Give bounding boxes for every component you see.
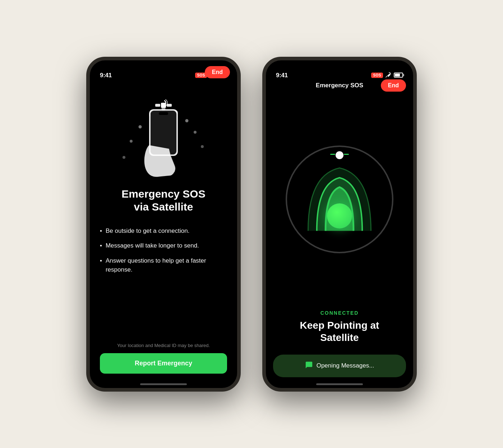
dynamic-island [142,65,185,77]
right-phone: 9:41 SOS [262,57,417,392]
svg-rect-15 [159,112,168,115]
connected-label: CONNECTED [273,310,406,316]
satellite-icon-right [385,71,392,79]
left-screen: 9:41 SOS [90,60,237,388]
messages-icon [305,361,313,371]
status-time: 9:41 [100,72,112,79]
compass-circle [286,146,393,253]
end-button[interactable]: End [205,66,230,78]
location-note: Your location and Medical ID may be shar… [100,343,227,348]
right-screen: 9:41 SOS [266,60,413,388]
left-phone: 9:41 SOS [86,57,241,392]
opening-messages-text: Opening Messages... [317,362,374,369]
status-icons-right: SOS [371,71,403,79]
bullet-3: Answer questions to help get a faster re… [100,253,227,277]
bullet-list: Be outside to get a connection. Messages… [100,223,227,343]
device-dot [327,203,352,228]
svg-point-2 [130,140,133,143]
bullet-1: Be outside to get a connection. [100,223,227,239]
home-indicator-right [316,383,363,385]
sos-title: Emergency SOS via Satellite [100,188,227,213]
signal-container [273,96,406,303]
svg-line-16 [386,76,388,78]
home-indicator [140,383,187,385]
bullet-2: Messages will take longer to send. [100,238,227,253]
opening-messages-button[interactable]: Opening Messages... [273,355,406,377]
sos-badge-right: SOS [371,73,383,78]
report-emergency-button[interactable]: Report Emergency [100,353,227,374]
hand-phone-icon [140,106,187,179]
phones-wrapper: 9:41 SOS [86,57,417,392]
svg-point-9 [201,145,204,148]
dash-left [330,154,335,155]
nav-bar: Emergency SOS End [273,82,406,89]
satellite-illustration [100,86,227,179]
signal-arcs-svg [287,147,392,252]
keep-pointing-title: Keep Pointing atSatellite [273,319,406,343]
bottom-section: Your location and Medical ID may be shar… [100,343,227,377]
battery-icon-right [394,73,403,78]
satellite-position-dot [336,151,343,159]
dynamic-island-right [318,65,361,77]
nav-title: Emergency SOS [316,82,363,89]
svg-point-1 [123,156,125,159]
dash-right [344,154,349,155]
svg-point-8 [194,131,197,134]
status-time-right: 9:41 [276,72,288,79]
